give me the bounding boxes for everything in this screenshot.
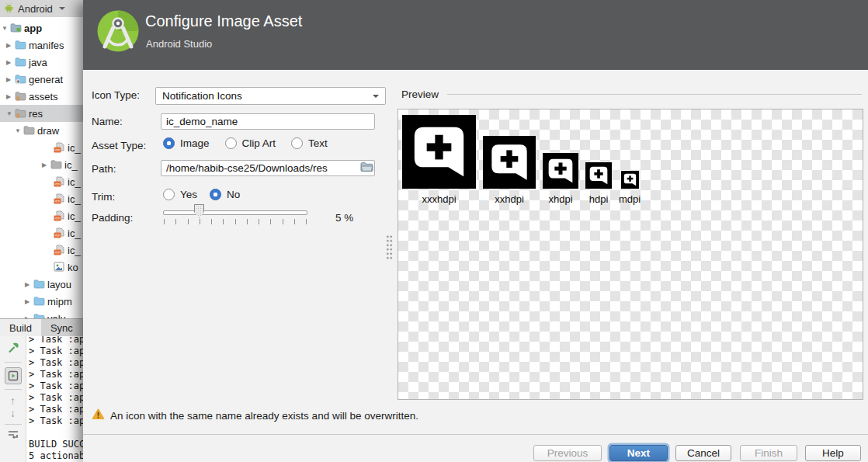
chevron-down-icon [59, 7, 65, 10]
density-preview-row: xxxhdpixxhdpixhdpihdpimdpi [402, 115, 641, 205]
radio-label: Clip Art [242, 137, 276, 149]
tree-item[interactable]: ▶layou [0, 276, 83, 293]
next-button[interactable]: Next [609, 445, 668, 461]
expand-arrow-right-icon[interactable]: ▶ [25, 298, 33, 305]
up-arrow-icon[interactable]: ↑ [10, 394, 16, 407]
radio-label: Yes [180, 189, 197, 200]
tree-item-label: generat [29, 74, 63, 85]
help-button[interactable]: Help [805, 445, 861, 461]
slider-tick [259, 219, 259, 224]
tab-sync[interactable]: Sync [41, 319, 82, 336]
run-tasks-icon[interactable] [5, 367, 22, 384]
trim-radio-no[interactable]: No [210, 189, 240, 200]
asset-type-radio-image[interactable]: Image [163, 137, 210, 149]
tree-item[interactable]: ko [0, 259, 83, 276]
panel-splitter-handle[interactable] [386, 234, 393, 261]
path-input[interactable] [161, 160, 375, 176]
tree-item[interactable]: <>ic_ [0, 173, 83, 190]
tree-item[interactable]: <>ic_ [0, 190, 83, 207]
padding-slider-handle[interactable] [194, 204, 204, 218]
radio-button-icon[interactable] [225, 137, 237, 149]
radio-button-icon[interactable] [291, 137, 303, 149]
android-studio-logo-icon [97, 10, 139, 52]
tree-item[interactable]: ▼app [0, 19, 83, 36]
svg-text:<>: <> [54, 147, 61, 152]
tree-item[interactable]: ▼res [0, 105, 83, 122]
button-bar-divider [83, 434, 868, 435]
expand-arrow-right-icon[interactable]: ▶ [25, 281, 33, 288]
density-preview-xxhdpi: xxhdpi [483, 136, 536, 205]
project-view-selector[interactable]: Android [0, 0, 83, 17]
asset-type-radio-clip-art[interactable]: Clip Art [225, 137, 276, 149]
folder-app-icon [10, 23, 23, 34]
build-tab-bar: BuildSync [0, 318, 83, 336]
svg-text:<>: <> [54, 215, 61, 221]
android-studio-screen: Android ▼app▶manifes▶java▶✱generat▶asset… [0, 0, 868, 462]
warning-icon [92, 408, 105, 422]
tree-item[interactable]: <>ic_ [0, 139, 83, 156]
cancel-button[interactable]: Cancel [675, 445, 731, 461]
tree-item[interactable]: <>ic_ [0, 241, 83, 259]
padding-label: Padding: [92, 212, 133, 224]
trim-radio-group: YesNo [163, 189, 240, 200]
expand-arrow-right-icon[interactable]: ▶ [6, 76, 15, 83]
folder-blue-icon [33, 296, 46, 307]
project-sidebar: Android ▼app▶manifes▶java▶✱generat▶asset… [0, 0, 83, 462]
name-input[interactable] [161, 113, 375, 130]
tree-item[interactable]: ▶✱generat [0, 71, 83, 88]
slider-tick [200, 219, 200, 224]
radio-button-icon[interactable] [163, 189, 175, 200]
slider-tick [247, 219, 248, 224]
toolbar-divider [5, 424, 22, 425]
svg-text:<>: <> [54, 181, 61, 186]
density-label: xhdpi [548, 193, 572, 205]
expand-arrow-right-icon[interactable]: ▶ [6, 93, 15, 100]
radio-button-icon[interactable] [210, 189, 221, 200]
tree-item[interactable]: ▶ic_ [0, 156, 83, 173]
tree-item[interactable]: ▶java [0, 54, 83, 71]
icon-type-value: Notification Icons [162, 90, 242, 102]
tree-item[interactable]: ▼draw [0, 122, 83, 139]
soft-wrap-icon[interactable] [7, 429, 19, 443]
expand-arrow-down-icon[interactable]: ▼ [2, 25, 10, 32]
build-hammer-icon[interactable] [7, 342, 19, 357]
tree-item[interactable]: ▶mipm [0, 293, 83, 310]
tree-item[interactable]: <>ic_ [0, 207, 83, 224]
trim-radio-yes[interactable]: Yes [163, 189, 197, 200]
slider-tick [294, 219, 295, 224]
slider-tick [211, 219, 212, 224]
notification-icon-preview [402, 115, 476, 192]
console-line: 5 actionab [29, 450, 83, 462]
asset-type-radio-text[interactable]: Text [291, 137, 328, 149]
image-file-icon [54, 262, 66, 273]
density-label: hdpi [589, 193, 609, 205]
down-arrow-icon[interactable]: ↓ [10, 407, 16, 419]
density-label: xxxhdpi [422, 193, 456, 205]
icon-type-dropdown[interactable]: Notification Icons [155, 87, 386, 105]
tab-build[interactable]: Build [0, 319, 41, 336]
expand-arrow-right-icon[interactable]: ▶ [6, 42, 15, 49]
toolbar-divider [5, 362, 22, 363]
preview-panel: xxxhdpixxhdpixhdpihdpimdpi [398, 109, 863, 400]
tree-item[interactable]: <>ic_ [0, 224, 83, 241]
density-label: xxhdpi [495, 193, 524, 205]
expand-arrow-down-icon[interactable]: ▼ [6, 110, 15, 117]
tree-item-label: ic_ [68, 142, 81, 154]
browse-folder-icon[interactable] [359, 162, 373, 173]
tree-item-label: app [24, 23, 42, 34]
padding-slider-track[interactable] [163, 210, 307, 215]
expand-arrow-down-icon[interactable]: ▼ [15, 127, 23, 134]
tree-item-label: ic_ [68, 176, 81, 188]
console-line: > Task :ap [29, 346, 83, 357]
expand-arrow-right-icon[interactable]: ▶ [6, 59, 15, 66]
tree-item-label: java [29, 57, 47, 68]
tree-item-label: ic_ [68, 245, 81, 256]
tree-item[interactable]: ▶assets [0, 88, 83, 105]
expand-arrow-right-icon[interactable]: ▶ [42, 162, 50, 168]
tree-item[interactable]: ▶manifes [0, 36, 83, 54]
tree-item-label: ic_ [64, 159, 78, 171]
console-line: > Task :ap [29, 404, 83, 415]
preview-divider [447, 94, 862, 95]
radio-button-icon[interactable] [163, 137, 175, 149]
build-toolbar: ↑ ↓ [0, 336, 26, 462]
